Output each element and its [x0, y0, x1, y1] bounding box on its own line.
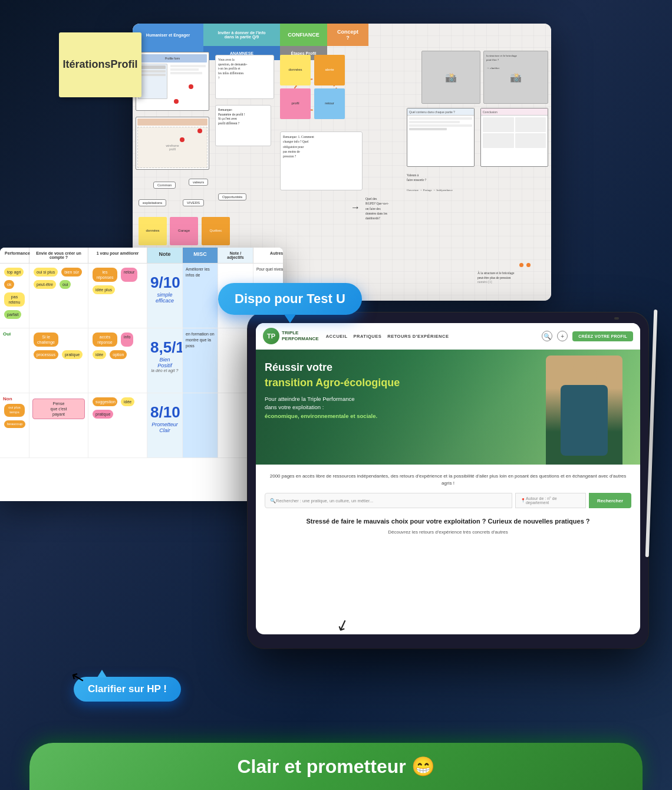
ss-bubble-r1-3: pas retenu: [4, 292, 25, 307]
wb-corner-note: À la structure et le bricolagepeut-être …: [477, 271, 548, 285]
note-adj-clair: Clair: [150, 427, 179, 433]
ss-bubble-r2-voeu-3: idée: [93, 350, 106, 359]
ss-col-performance: Performance: [0, 248, 29, 263]
nav-link-accueil[interactable]: ACCUEIL: [326, 334, 348, 339]
callout-dispo-text: Dispo pour Test U: [235, 291, 345, 306]
ss-bubble-r2-voeu-4: option: [110, 350, 127, 359]
wb-label-concept: Concept ?: [327, 24, 368, 46]
wb-quels-rgpd: Quel desRGPD? Que va-t-on faire desdonné…: [365, 196, 424, 220]
note-card-2: Remarque: Paramètre de profil !Si ça l'e…: [215, 105, 271, 146]
nav-links: ACCUEIL PRATIQUES RETOURS D'EXPÉRIENCE: [326, 334, 535, 339]
callout-clarifier: Clarifier sur HP !: [74, 677, 181, 702]
wb-node-common: Common: [153, 182, 176, 189]
ss-bubble-envie-2: bien sûr: [61, 268, 82, 276]
ss-bubble-r3-2: beaucoup: [4, 420, 25, 429]
nav-link-retours[interactable]: RETOURS D'EXPÉRIENCE: [387, 334, 449, 339]
create-profile-button[interactable]: CRÉEZ VOTRE PROFIL: [572, 331, 633, 341]
site-discover-text: Découvrez les retours d'expérience très …: [265, 529, 631, 535]
website-nav: TP TRIPLEPERFORMANCE ACCUEIL PRATIQUES R…: [256, 323, 640, 350]
site-logo: TP TRIPLEPERFORMANCE: [263, 328, 319, 344]
wb-sticky-mindmap-2: Garage: [170, 217, 198, 245]
wb-sticky-mindmap-1: données: [139, 217, 167, 245]
nav-actions: 🔍 + CRÉEZ VOTRE PROFIL: [542, 331, 633, 341]
wb-node-valeurs: valeurs: [189, 179, 208, 186]
ss-bubble-voeu-2: retour: [121, 268, 137, 282]
ss-cell-r2-envie: Si le challenge processus pratique: [29, 328, 88, 393]
site-search-button[interactable]: Rechercher: [589, 493, 631, 508]
note-adj-efficace: efficace: [150, 298, 179, 304]
wb-sticky-3: profil: [280, 88, 311, 119]
wb-photo-2: la structure et le bricolagepeut-être ?→…: [483, 51, 548, 104]
ss-bubble-envie-3: peut-être: [34, 280, 56, 289]
ss-bubble-r3-voeu-1: suggestion: [93, 397, 117, 406]
ss-header: Performance Envie de vous créer un compt…: [0, 248, 283, 264]
ss-bubble-r3-voeu-2: idée: [121, 397, 134, 406]
hero-sub-1: Pour atteindre la Triple Performance: [265, 396, 355, 402]
wb-bottom-note: Valeurs àfaire ressortir ? Ouverture → P…: [407, 173, 542, 192]
sticky-note-line2: Profil: [111, 58, 138, 71]
site-search-input[interactable]: Rechercher : une pratique, un culture, u…: [265, 493, 512, 508]
badge-bottom: Clair et prometteur 😁: [29, 743, 643, 790]
hero-title-white: Réussir votre: [265, 361, 546, 374]
misc-text-1: Améliorer les infos de: [186, 266, 215, 278]
note-score-3: 8/10: [150, 403, 179, 422]
plus-icon[interactable]: +: [557, 331, 568, 341]
ss-col-voeu: 1 vœu pour améliorer: [88, 248, 147, 263]
ss-col-note: Note: [147, 248, 183, 263]
ss-cell-r2-note: 8,5/10 Bien Positif la déo et agit ?: [147, 328, 183, 393]
note-score-1: 9/10: [150, 274, 179, 292]
whiteboard-topbar: Humaniser et Engager Inviter à donner de…: [133, 24, 551, 46]
wb-node-opportunites: Opportunités: [218, 193, 246, 200]
site-logo-icon: TP: [263, 328, 279, 344]
wb-middle-note: Remarque: 1. Commentchanger info ? Quelo…: [280, 131, 363, 190]
ss-bubble-r1-4: parfait: [4, 310, 21, 319]
ss-col-envie: Envie de vous créer un compte ?: [29, 248, 88, 263]
note-adj-positif: Positif: [150, 363, 179, 368]
ss-bubble-r3-voeu-3: pratique: [93, 410, 113, 419]
orange-dot-2: [519, 263, 523, 267]
ss-bubble-r1-2: ok: [4, 280, 14, 289]
perf-oui: Oui: [3, 331, 11, 337]
ss-cell-r3-misc: [183, 393, 218, 457]
orange-dot-1: [526, 263, 531, 267]
ss-row-2: Oui Si le challenge processus pratique a…: [0, 328, 283, 393]
note-adj-simple: simple: [150, 292, 179, 298]
sketch-wireframe-2: wireframeprofil: [136, 117, 209, 170]
ss-bubble-voeu-1: les réponses: [93, 268, 117, 282]
hero-person-image: [546, 356, 622, 465]
ss-col-adjectives: Note / adjectifs: [218, 248, 253, 263]
perf-non: Non: [3, 396, 12, 401]
cursor-pointer: ↖: [68, 666, 87, 689]
ss-cell-r2-voeu: accès réponse info idée option: [88, 328, 147, 393]
wb-label-confiance: CONFIANCE: [280, 24, 327, 46]
callout-dispo: Dispo pour Test U: [218, 283, 362, 315]
search-icon[interactable]: 🔍: [542, 331, 552, 341]
search-placeholder-text: Rechercher : une pratique, un culture, u…: [276, 498, 373, 503]
note-card-1: Vous avez laquestion, de demande-t-on le…: [215, 55, 274, 99]
ss-cell-r1-envie: oui si plus bien sûr peut-être oui: [29, 264, 88, 328]
ss-bubble-envie-4: oui: [60, 280, 71, 289]
wb-node-exploitations: exploitations: [139, 199, 166, 206]
site-logo-text: TRIPLEPERFORMANCE: [282, 330, 319, 341]
misc-text-2: en formation on montre que la poss: [186, 331, 215, 348]
hero-sub-2: dans votre exploitation :: [265, 404, 324, 410]
site-search-bar: Rechercher : une pratique, un culture, u…: [265, 493, 631, 508]
location-placeholder-text: Autour de : n° de departement: [526, 496, 581, 505]
wb-arrow-right: →: [351, 202, 360, 213]
nav-link-pratiques[interactable]: PRATIQUES: [354, 334, 382, 339]
site-location-input[interactable]: Autour de : n° de departement: [515, 493, 586, 508]
hero-subtitle: Pour atteindre la Triple Performance dan…: [265, 395, 546, 420]
ss-cell-r1-note: 9/10 simple efficace: [147, 264, 183, 328]
website-body: 2000 pages en accès libre de ressources …: [256, 465, 640, 543]
autres-text-1: Pour quel niveau ? etc.: [256, 266, 283, 272]
ss-bubble-envie-1: oui si plus: [34, 268, 58, 276]
ss-col-autres: Autres notes: [253, 248, 283, 263]
wb-sticky-4: retour: [314, 88, 345, 119]
ss-cell-r3-perf: Non oui plus temps beaucoup: [0, 393, 29, 457]
badge-bottom-text: Clair et prometteur 😁: [237, 755, 434, 778]
ss-bubble-r1-1: top agri: [4, 268, 24, 276]
annotation-dot-3: [197, 129, 202, 133]
tablet-screen: TP TRIPLEPERFORMANCE ACCUEIL PRATIQUES R…: [256, 323, 640, 634]
ss-cell-r2-perf: Oui: [0, 328, 29, 393]
ss-col-misc: MISC: [183, 248, 218, 263]
